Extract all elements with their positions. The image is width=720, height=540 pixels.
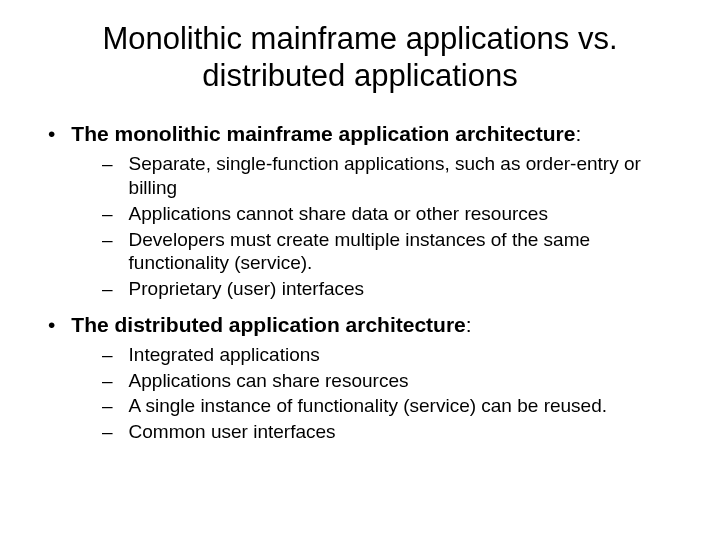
colon: : [575,122,581,145]
colon: : [466,313,472,336]
dash-icon: – [102,152,113,176]
list-item: – Separate, single-function applications… [102,152,690,200]
list-item: – Developers must create multiple instan… [102,228,690,276]
item-text: Applications cannot share data or other … [129,202,690,226]
list-item: – Applications can share resources [102,369,690,393]
item-text: Developers must create multiple instance… [129,228,690,276]
list-item: – A single instance of functionality (se… [102,394,690,418]
section-header: • The distributed application architectu… [30,313,690,337]
dash-icon: – [102,277,113,301]
item-text: Integrated applications [129,343,690,367]
list-item: – Applications cannot share data or othe… [102,202,690,226]
section-header: • The monolithic mainframe application a… [30,122,690,146]
section-monolithic: • The monolithic mainframe application a… [30,122,690,301]
sub-list: – Integrated applications – Applications… [30,343,690,444]
dash-icon: – [102,420,113,444]
list-item: – Integrated applications [102,343,690,367]
item-text: Proprietary (user) interfaces [129,277,690,301]
bullet-icon: • [48,122,55,146]
list-item: – Common user interfaces [102,420,690,444]
slide-title: Monolithic mainframe applications vs. di… [30,20,690,94]
bullet-icon: • [48,313,55,337]
section-title-text: The distributed application architecture [71,313,465,336]
item-text: A single instance of functionality (serv… [129,394,690,418]
list-item: – Proprietary (user) interfaces [102,277,690,301]
dash-icon: – [102,202,113,226]
section-title-text: The monolithic mainframe application arc… [71,122,575,145]
sub-list: – Separate, single-function applications… [30,152,690,301]
dash-icon: – [102,394,113,418]
item-text: Applications can share resources [129,369,690,393]
dash-icon: – [102,228,113,252]
section-distributed: • The distributed application architectu… [30,313,690,444]
dash-icon: – [102,343,113,367]
item-text: Separate, single-function applications, … [129,152,690,200]
item-text: Common user interfaces [129,420,690,444]
dash-icon: – [102,369,113,393]
